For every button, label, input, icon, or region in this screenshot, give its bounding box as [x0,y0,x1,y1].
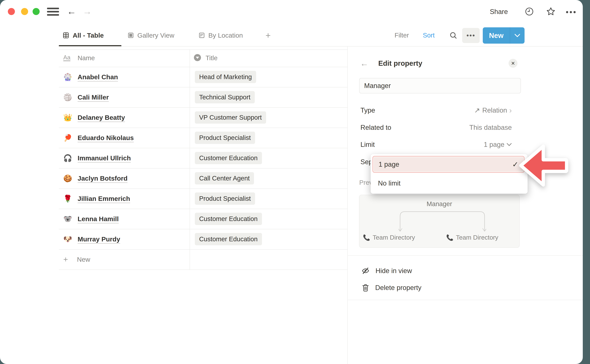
new-dropdown-chevron-icon[interactable] [510,34,524,37]
property-name-input[interactable]: Manager [359,78,521,93]
tab-label: By Location [208,32,243,39]
search-icon[interactable] [449,31,458,40]
row-emoji-icon: 🍪 [63,175,72,182]
row-divider [59,188,347,189]
table-row[interactable]: 🐨 Lenna Hamill Customer Education [59,209,347,229]
row-name[interactable]: Jillian Emmerich [78,195,130,202]
tab-label: Gallery View [137,32,174,39]
tab-by-location[interactable]: By Location [198,29,243,41]
filter-button[interactable]: Filter [394,28,409,43]
row-divider [59,107,347,108]
panel-close-button[interactable]: × [509,59,518,68]
view-options-button[interactable]: ••• [462,28,480,43]
tab-all-table[interactable]: All - Table [62,29,104,41]
property-value[interactable]: This database [469,123,512,132]
title-property-icon: Aa [63,54,70,61]
panel-section-divider [347,255,583,256]
row-name[interactable]: Cali Miller [78,94,109,101]
new-button[interactable]: New [483,27,524,44]
dropdown-option-1-page[interactable]: 1 page ✓ [373,156,524,173]
row-emoji-icon: 🐨 [63,215,72,222]
relation-arrow-icon: ↗ [474,105,480,115]
table-row[interactable]: 🏐 Cali Miller Technical Support [59,87,347,107]
property-label: Type [361,105,375,115]
tab-label: All - Table [73,32,104,39]
option-label: 1 page [379,161,399,168]
row-name[interactable]: Murray Purdy [78,235,120,243]
table-row[interactable]: 🐶 Murray Purdy Customer Education [59,229,347,249]
chevron-down-icon [507,143,512,146]
row-name[interactable]: Eduardo Nikolaus [78,134,134,142]
row-title-pill[interactable]: VP Customer Support [195,111,266,124]
column-header-title[interactable]: Title [206,54,217,62]
sort-button[interactable]: Sort [423,28,435,43]
column-header-name[interactable]: Name [78,54,95,62]
add-view-plus-icon[interactable]: + [265,29,271,41]
table-row[interactable]: 🏓 Eduardo Nikolaus Product Specialist [59,128,347,148]
forward-arrow-icon[interactable]: → [83,7,92,16]
ellipsis-icon: ••• [466,32,475,39]
property-value[interactable]: ↗ Relation › [474,105,512,115]
action-label: Hide in view [375,267,412,275]
row-emoji-icon: 👑 [63,114,72,121]
toolbar-divider [59,46,583,46]
row-name[interactable]: Anabel Chan [78,73,118,81]
row-title-pill[interactable]: Call Center Agent [195,172,254,184]
relation-preview-card: Manager 📞 Team Directory 📞 Team Director… [359,195,520,248]
eye-off-icon [361,267,370,275]
row-title-pill[interactable]: Customer Education [195,213,262,225]
favorite-star-icon[interactable] [546,6,556,17]
table-row[interactable]: 🎧 Immanuel Ullrich Customer Education [59,148,347,168]
table-row[interactable]: 🍪 Jaclyn Botsford Call Center Agent [59,168,347,188]
phone-icon: 📞 [363,234,370,241]
table-row[interactable]: 🌹 Jillian Emmerich Product Specialist [59,188,347,209]
row-divider [59,209,347,209]
row-title-pill[interactable]: Product Specialist [195,192,255,205]
row-title-pill[interactable]: Customer Education [195,152,262,164]
row-divider [59,128,347,128]
table-row[interactable]: 🎡 Anabel Chan Head of Marketing [59,67,347,87]
preview-child-label: Team Directory [456,234,498,241]
row-name[interactable]: Delaney Beatty [78,114,125,121]
window-zoom-button[interactable] [33,8,40,15]
table-row[interactable]: 👑 Delaney Beatty VP Customer Support [59,107,347,128]
property-value[interactable]: 1 page [484,140,512,150]
updates-clock-icon[interactable] [524,7,534,16]
annotation-arrow-left [519,141,571,190]
table-bottom-border [59,270,347,270]
share-button[interactable]: Share [490,7,508,16]
window-minimize-button[interactable] [21,8,28,15]
row-title-pill[interactable]: Product Specialist [195,132,255,144]
row-emoji-icon: 🐶 [63,236,72,243]
row-title-pill[interactable]: Customer Education [195,233,262,245]
delete-property-button[interactable]: Delete property [362,281,421,294]
more-options-icon[interactable]: ••• [566,7,577,17]
preview-child-right: 📞 Team Directory [446,234,498,241]
board-view-icon [198,32,205,39]
checkmark-icon: ✓ [512,160,518,169]
row-name[interactable]: Lenna Hamill [78,215,119,223]
relation-connector-lines [399,210,486,232]
row-title-pill[interactable]: Head of Marketing [195,71,256,83]
action-label: Delete property [375,284,421,292]
window-close-button[interactable] [8,8,15,15]
hide-in-view-button[interactable]: Hide in view [361,265,412,277]
option-label: No limit [378,179,400,187]
tab-gallery-view[interactable]: Gallery View [127,29,174,41]
chevron-right-icon: › [509,105,512,115]
new-row-label: New [77,256,90,263]
row-name[interactable]: Jaclyn Botsford [78,175,128,182]
row-title-pill[interactable]: Technical Support [195,91,255,103]
panel-back-arrow-icon[interactable]: ← [360,58,368,68]
row-emoji-icon: 🎧 [63,155,72,162]
column-divider [190,49,190,270]
row-name[interactable]: Immanuel Ullrich [78,154,131,162]
phone-icon: 📞 [446,234,453,241]
back-arrow-icon[interactable]: ← [67,7,76,16]
new-row-button[interactable]: + New [59,249,347,270]
plus-icon: + [63,255,68,264]
panel-title: Edit property [378,59,422,68]
app-window: ← → Share ••• All - Table Gallery View B… [0,0,583,364]
row-emoji-icon: 🏓 [63,134,72,141]
dropdown-option-no-limit[interactable]: No limit [373,175,524,191]
